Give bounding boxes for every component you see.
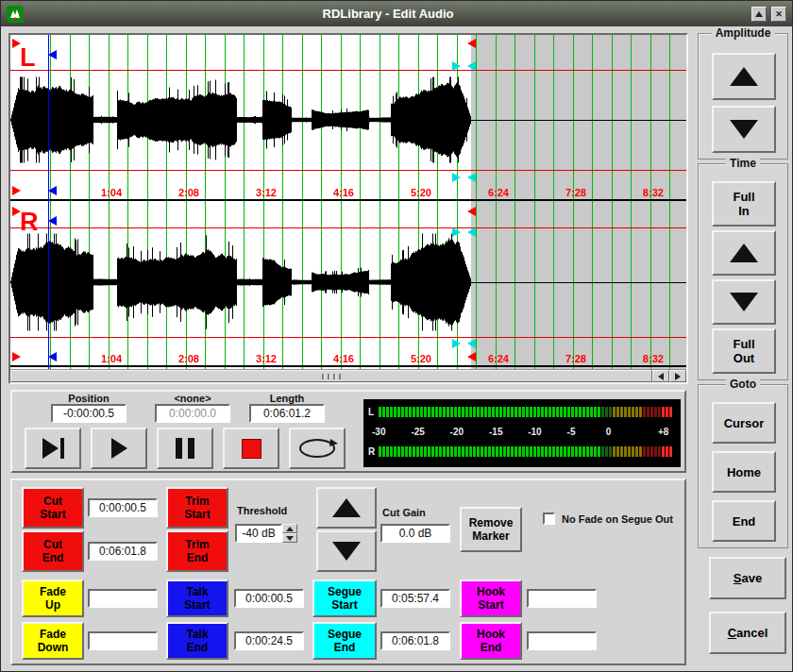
scroll-left-icon [658,373,664,380]
shade-button[interactable] [751,7,767,22]
no-fade-checkbox[interactable] [543,512,555,525]
scrollbar-thumb[interactable] [10,370,652,382]
spin-up-icon [286,527,294,531]
hook-start-button[interactable]: Hook Start [460,580,522,617]
hook-end-button[interactable]: Hook End [460,622,522,660]
cut-gain-field[interactable] [380,524,450,543]
hook-start-field[interactable] [527,589,597,608]
cut-start-button[interactable]: Cut Start [22,487,84,529]
position-label: Position [51,393,127,404]
scroll-right-button[interactable] [669,370,686,382]
goto-cursor-button[interactable]: Cursor [712,402,776,444]
fade-down-field[interactable] [88,631,158,650]
play-from-start-icon [42,438,64,459]
cut-start-field[interactable] [88,498,158,517]
play-from-start-button[interactable] [25,428,81,469]
threshold-field[interactable] [235,524,282,543]
up-arrow-icon [332,498,361,517]
up-arrow-icon [730,244,758,262]
segue-end-field[interactable] [380,631,450,650]
goto-home-button[interactable]: Home [712,451,776,493]
pause-icon [176,438,194,459]
loop-icon [295,436,339,461]
meter-left-label: L [368,407,374,417]
cut-gain-label: Cut Gain [382,507,426,518]
remove-marker-button[interactable]: Remove Marker [460,507,522,552]
full-out-button[interactable]: Full Out [712,328,776,374]
zoom-out-button[interactable] [712,279,776,325]
stop-icon [242,439,262,459]
cancel-button[interactable]: Cancel [709,612,786,654]
meter-right-label: R [368,446,375,457]
zoom-in-button[interactable] [712,230,776,276]
threshold-label: Threshold [237,505,287,516]
amplitude-down-button[interactable] [712,106,776,153]
window-title: RDLibrary - Edit Audio [29,7,747,21]
down-arrow-icon [730,293,758,311]
meter-right-bar [379,446,677,457]
waveform-panel [8,33,688,384]
talk-start-button[interactable]: Talk Start [166,580,228,617]
waveform-scrollbar[interactable] [10,369,686,382]
amplitude-group: Amplitude [698,33,788,160]
talk-start-field[interactable] [234,589,304,608]
close-button[interactable]: ✕ [771,7,786,22]
audio-meter: L -30-25-20-15-10-50+8 R [363,399,681,467]
length-field[interactable] [249,404,325,423]
segue-end-button[interactable]: Segue End [312,622,377,660]
hook-end-field[interactable] [527,631,597,650]
meter-scale: -30-25-20-15-10-50+8 [363,427,681,440]
waveform-display[interactable] [10,35,686,369]
close-icon: ✕ [775,9,783,19]
amplitude-up-button[interactable] [712,53,776,100]
amplitude-title: Amplitude [712,26,775,40]
cut-end-field[interactable] [88,542,158,561]
marker-field[interactable] [155,404,230,423]
trim-start-button[interactable]: Trim Start [166,487,228,529]
marker-panel: Cut Start Cut End Trim Start Trim End Th… [10,479,686,665]
save-button-label: Save [711,571,785,585]
goto-end-button[interactable]: End [712,500,776,542]
fade-down-button[interactable]: Fade Down [22,622,84,660]
down-arrow-icon [332,542,361,561]
shade-icon [755,11,763,17]
cut-end-button[interactable]: Cut End [22,530,84,572]
fade-up-button[interactable]: Fade Up [22,580,84,617]
spin-down-icon [286,536,294,541]
edit-audio-window: RDLibrary - Edit Audio ✕ Position <none>… [0,0,793,672]
play-button[interactable] [91,428,147,469]
talk-end-button[interactable]: Talk End [166,622,228,660]
scroll-right-icon [675,373,681,380]
length-label: Length [249,393,325,404]
full-in-button[interactable]: Full In [712,181,776,227]
threshold-spin-down-button[interactable] [282,533,297,543]
titlebar[interactable]: RDLibrary - Edit Audio ✕ [1,1,792,26]
scroll-left-button[interactable] [652,370,669,382]
threshold-spinbox [235,524,297,543]
segue-start-button[interactable]: Segue Start [312,580,377,617]
threshold-spin-up-button[interactable] [282,524,297,533]
fade-up-field[interactable] [88,589,158,608]
talk-end-field[interactable] [234,631,304,650]
meter-left-bar [379,407,677,417]
loop-button[interactable] [289,428,346,469]
segue-start-field[interactable] [380,589,450,608]
goto-group: Goto Cursor Home End [698,384,788,548]
goto-title: Goto [726,378,760,391]
pause-button[interactable] [157,428,213,469]
trim-end-button[interactable]: Trim End [166,530,228,572]
down-arrow-icon [730,120,758,139]
save-button[interactable]: Save [709,557,786,599]
gain-down-button[interactable] [316,530,377,572]
no-fade-label: No Fade on Segue Out [562,513,673,525]
play-icon [111,438,127,459]
marker-name-label: <none> [155,393,230,404]
transport-panel: Position <none> Length L -30-25-20-1 [10,390,686,473]
up-arrow-icon [730,67,758,86]
stop-button[interactable] [223,428,279,469]
position-field[interactable] [51,404,127,423]
time-title: Time [726,157,760,170]
app-icon [7,6,24,23]
gain-up-button[interactable] [316,487,377,529]
cancel-button-label: Cancel [711,626,785,640]
